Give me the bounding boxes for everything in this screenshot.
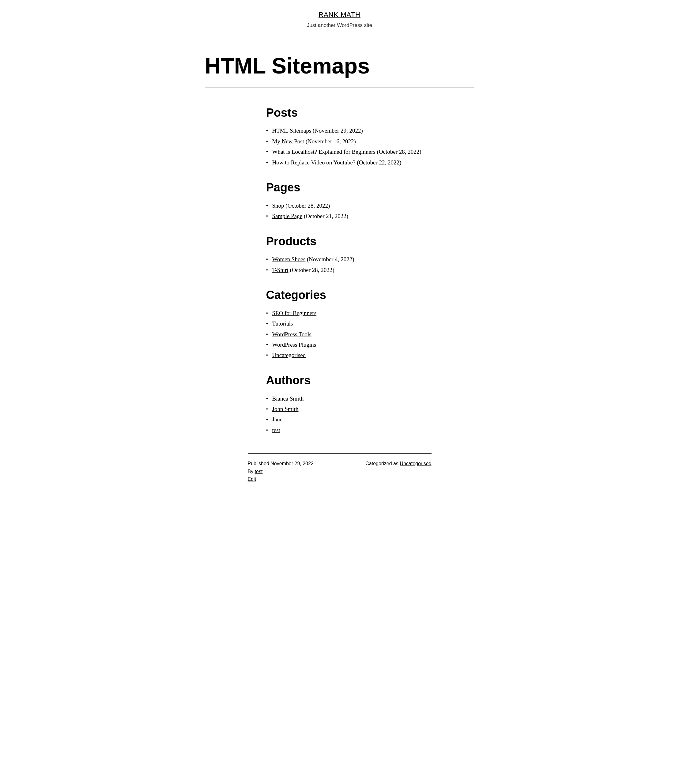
sitemap-link[interactable]: How to Replace Video on Youtube? xyxy=(272,159,355,166)
item-date: (October 28, 2022) xyxy=(288,267,335,273)
categorized-label: Categorized as xyxy=(365,461,399,466)
edit-link[interactable]: Edit xyxy=(248,475,314,483)
list-item: How to Replace Video on Youtube? (Octobe… xyxy=(266,158,432,167)
list-item: My New Post (November 16, 2022) xyxy=(266,137,432,146)
list-item: WordPress Tools xyxy=(266,330,432,339)
sitemap-link[interactable]: T-Shirt xyxy=(272,267,288,273)
item-date: (October 28, 2022) xyxy=(284,202,330,209)
sitemap-link[interactable]: John Smith xyxy=(272,406,299,412)
page-title: HTML Sitemaps xyxy=(205,54,474,78)
sitemap-link[interactable]: SEO for Beginners xyxy=(272,310,317,316)
list-item: Sample Page (October 21, 2022) xyxy=(266,211,432,221)
footer-left: Published November 29, 2022 By test Edit xyxy=(248,460,314,483)
list-item: SEO for Beginners xyxy=(266,309,432,318)
page-footer: Published November 29, 2022 By test Edit… xyxy=(248,460,432,490)
item-date: (November 16, 2022) xyxy=(304,138,356,144)
sitemap-list-posts: HTML Sitemaps (November 29, 2022)My New … xyxy=(266,126,432,167)
list-item: Shop (October 28, 2022) xyxy=(266,201,432,210)
sitemap-list-categories: SEO for BeginnersTutorialsWordPress Tool… xyxy=(266,309,432,360)
sitemap-container: PostsHTML Sitemaps (November 29, 2022)My… xyxy=(248,103,432,435)
sitemap-link[interactable]: Jane xyxy=(272,416,283,423)
list-item: John Smith xyxy=(266,405,432,414)
sitemap-link[interactable]: test xyxy=(272,427,280,433)
item-date: (November 29, 2022) xyxy=(311,127,363,134)
published-label: Published xyxy=(248,461,269,466)
list-item: Bianca Smith xyxy=(266,394,432,403)
list-item: T-Shirt (October 28, 2022) xyxy=(266,266,432,275)
item-date: (October 28, 2022) xyxy=(375,149,421,155)
title-divider xyxy=(205,88,474,88)
list-item: What is Localhost? Explained for Beginne… xyxy=(266,147,432,156)
footer-author-link[interactable]: test xyxy=(255,469,263,474)
site-title[interactable]: RANK MATH xyxy=(6,9,673,20)
section-heading-authors: Authors xyxy=(266,371,432,390)
item-date: (November 4, 2022) xyxy=(305,256,354,263)
sitemap-link[interactable]: WordPress Tools xyxy=(272,331,311,338)
list-item: Uncategorised xyxy=(266,351,432,360)
section-heading-categories: Categories xyxy=(266,286,432,304)
section-heading-pages: Pages xyxy=(266,178,432,197)
site-tagline: Just another WordPress site xyxy=(6,21,673,30)
sitemap-list-pages: Shop (October 28, 2022)Sample Page (Octo… xyxy=(266,201,432,221)
sitemap-link[interactable]: HTML Sitemaps xyxy=(272,127,311,134)
sitemap-link[interactable]: Bianca Smith xyxy=(272,395,304,402)
section-heading-products: Products xyxy=(266,232,432,251)
item-date: (October 22, 2022) xyxy=(355,159,401,166)
list-item: Women Shoes (November 4, 2022) xyxy=(266,255,432,264)
sitemap-link[interactable]: WordPress Plugins xyxy=(272,341,316,348)
list-item: HTML Sitemaps (November 29, 2022) xyxy=(266,126,432,135)
section-heading-posts: Posts xyxy=(266,103,432,122)
item-date: (October 21, 2022) xyxy=(302,213,348,219)
footer-category-link[interactable]: Uncategorised xyxy=(400,461,431,466)
list-item: WordPress Plugins xyxy=(266,340,432,349)
list-item: Jane xyxy=(266,415,432,424)
sitemap-list-authors: Bianca SmithJohn SmithJanetest xyxy=(266,394,432,435)
sitemap-list-products: Women Shoes (November 4, 2022)T-Shirt (O… xyxy=(266,255,432,275)
site-header: RANK MATH Just another WordPress site xyxy=(0,0,679,36)
main-content: HTML Sitemaps PostsHTML Sitemaps (Novemb… xyxy=(192,36,487,508)
sitemap-link[interactable]: Tutorials xyxy=(272,320,293,327)
sitemap-link[interactable]: Shop xyxy=(272,202,284,209)
footer-right: Categorized as Uncategorised xyxy=(365,460,431,468)
list-item: test xyxy=(266,426,432,435)
by-label: By xyxy=(248,469,253,474)
sitemap-link[interactable]: My New Post xyxy=(272,138,304,144)
sitemap-link[interactable]: Women Shoes xyxy=(272,256,306,263)
sitemap-link[interactable]: What is Localhost? Explained for Beginne… xyxy=(272,149,375,155)
sitemap-link[interactable]: Sample Page xyxy=(272,213,303,219)
sitemap-link[interactable]: Uncategorised xyxy=(272,352,306,358)
footer-divider xyxy=(248,453,432,454)
list-item: Tutorials xyxy=(266,319,432,328)
